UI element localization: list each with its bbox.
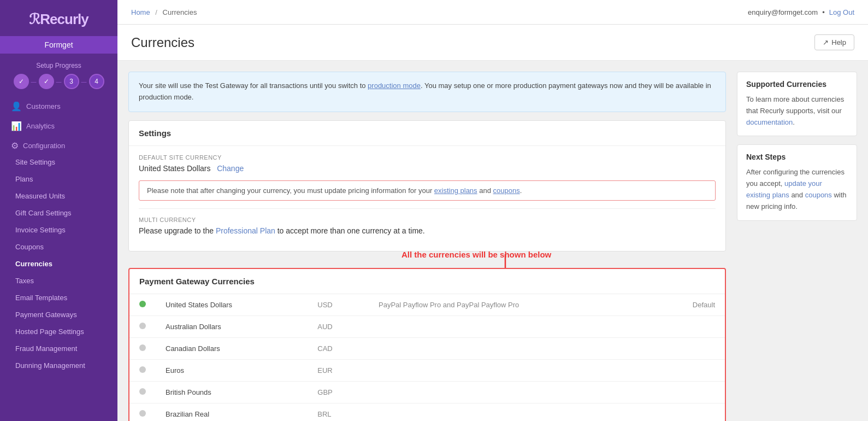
currency-status-dot <box>139 410 146 417</box>
sidebar-item-coupons[interactable]: Coupons <box>0 238 117 255</box>
topbar-dot: • <box>822 8 825 16</box>
sidebar-item-hosted-page-settings[interactable]: Hosted Page Settings <box>0 323 117 340</box>
currency-gateway <box>369 381 651 403</box>
default-currency-field: DEFAULT SITE CURRENCY United States Doll… <box>139 154 716 173</box>
sidebar-item-customers[interactable]: 👤 Customers <box>0 95 117 114</box>
multi-currency-value: Please upgrade to the Professional Plan … <box>139 226 716 235</box>
sidebar-item-taxes[interactable]: Taxes <box>0 272 117 289</box>
currency-status <box>651 359 725 381</box>
default-currency-label: DEFAULT SITE CURRENCY <box>139 154 716 161</box>
currency-status-dot <box>139 366 146 373</box>
settings-divider <box>139 208 716 209</box>
sidebar: ℛRecurly Formget Setup Progress ✓ — ✓ — … <box>0 0 117 421</box>
currency-code: EUR <box>308 359 369 381</box>
sidebar-item-email-templates[interactable]: Email Templates <box>0 289 117 306</box>
step-3: 3 <box>64 74 79 89</box>
table-row: Brazilian Real BRL <box>129 403 725 421</box>
sidebar-item-configuration[interactable]: ⚙ Configuration <box>0 134 117 154</box>
sidebar-item-measured-units[interactable]: Measured Units <box>0 188 117 204</box>
currency-gateway: PayPal Payflow Pro and PayPal Payflow Pr… <box>369 294 651 316</box>
currency-name: Euros <box>156 359 308 381</box>
topbar-right: enquiry@formget.com • Log Out <box>748 8 854 16</box>
professional-plan-link[interactable]: Professional Plan <box>216 226 275 235</box>
settings-card-header: Settings <box>129 121 725 146</box>
right-sidebar: Supported Currencies To learn more about… <box>737 72 857 410</box>
step-2: ✓ <box>39 74 54 89</box>
table-row: British Pounds GBP <box>129 381 725 403</box>
progress-steps: ✓ — ✓ — 3 — 4 <box>8 74 109 89</box>
default-currency-value: United States Dollars Change <box>139 164 716 173</box>
sidebar-item-gift-card-settings[interactable]: Gift Card Settings <box>0 204 117 221</box>
currency-code: USD <box>308 294 369 316</box>
table-row: United States Dollars USD PayPal Payflow… <box>129 294 725 316</box>
settings-card-body: DEFAULT SITE CURRENCY United States Doll… <box>129 146 725 251</box>
supported-currencies-title: Supported Currencies <box>746 80 848 89</box>
currency-code: CAD <box>308 337 369 359</box>
coupons-link[interactable]: coupons <box>493 186 520 195</box>
sidebar-item-dunning-management[interactable]: Dunning Management <box>0 357 117 374</box>
sidebar-item-site-settings[interactable]: Site Settings <box>0 154 117 171</box>
breadcrumb-separator: / <box>155 8 157 16</box>
sidebar-item-invoice-settings[interactable]: Invoice Settings <box>0 221 117 238</box>
sidebar-account[interactable]: Formget <box>0 36 117 54</box>
sidebar-item-analytics[interactable]: 📊 Analytics <box>0 114 117 134</box>
sidebar-item-fraud-management[interactable]: Fraud Management <box>0 340 117 357</box>
currency-status <box>651 337 725 359</box>
main-area: Home / Currencies enquiry@formget.com • … <box>117 0 868 421</box>
breadcrumb: Home / Currencies <box>131 8 197 16</box>
currency-status-dot <box>139 323 146 329</box>
currency-status-dot <box>139 344 146 351</box>
currency-name: British Pounds <box>156 381 308 403</box>
sidebar-item-plans[interactable]: Plans <box>0 171 117 188</box>
content-body: Your site will use the Test Gateway for … <box>117 61 868 421</box>
change-currency-link[interactable]: Change <box>217 164 244 173</box>
currency-name: United States Dollars <box>156 294 308 316</box>
currency-gateway <box>369 337 651 359</box>
breadcrumb-current: Currencies <box>163 8 197 16</box>
currency-status <box>651 403 725 421</box>
step-1: ✓ <box>14 74 29 89</box>
currency-code: BRL <box>308 403 369 421</box>
currency-gateway <box>369 403 651 421</box>
sidebar-logo: ℛRecurly <box>0 0 117 36</box>
external-link-icon: ↗ <box>823 38 829 46</box>
user-email: enquiry@formget.com <box>748 8 818 16</box>
step-4: 4 <box>89 74 104 89</box>
currency-status-dot <box>139 301 146 307</box>
currency-code: GBP <box>308 381 369 403</box>
configuration-icon: ⚙ <box>11 141 19 151</box>
multi-currency-field: MULTI CURRENCY Please upgrade to the Pro… <box>139 217 716 235</box>
table-row: Euros EUR <box>129 359 725 381</box>
setup-progress: Setup Progress ✓ — ✓ — 3 — 4 <box>0 56 117 95</box>
logout-link[interactable]: Log Out <box>829 8 854 16</box>
currency-code: AUD <box>308 315 369 337</box>
topbar: Home / Currencies enquiry@formget.com • … <box>117 0 868 25</box>
page-title: Currencies <box>131 35 194 50</box>
currency-status <box>651 315 725 337</box>
currency-name: Australian Dollars <box>156 315 308 337</box>
documentation-link[interactable]: documentation <box>746 118 793 126</box>
content-header: Currencies ↗ Help <box>117 25 868 61</box>
currency-status-dot <box>139 388 146 395</box>
alert-banner: Your site will use the Test Gateway for … <box>128 72 726 112</box>
next-steps-card: Next Steps After configuring the currenc… <box>737 144 857 220</box>
breadcrumb-home[interactable]: Home <box>131 8 150 16</box>
sidebar-item-currencies[interactable]: Currencies <box>0 255 117 272</box>
table-row: Australian Dollars AUD <box>129 315 725 337</box>
currency-status <box>651 381 725 403</box>
analytics-icon: 📊 <box>11 121 22 131</box>
currency-name: Brazilian Real <box>156 403 308 421</box>
help-button[interactable]: ↗ Help <box>814 34 854 50</box>
customers-icon: 👤 <box>11 101 22 112</box>
production-mode-link[interactable]: production mode <box>368 81 421 90</box>
currency-gateway <box>369 359 651 381</box>
existing-plans-link[interactable]: existing plans <box>434 186 477 195</box>
table-row: Canadian Dollars CAD <box>129 337 725 359</box>
currency-name: Canadian Dollars <box>156 337 308 359</box>
currency-gateway <box>369 315 651 337</box>
sidebar-item-payment-gateways[interactable]: Payment Gateways <box>0 306 117 323</box>
currencies-table: United States Dollars USD PayPal Payflow… <box>129 294 725 421</box>
payment-gateway-currencies-header: Payment Gateway Currencies <box>129 269 725 294</box>
coupons-pricing-link[interactable]: coupons <box>805 191 832 199</box>
supported-currencies-body: To learn more about currencies that Recu… <box>746 94 848 128</box>
